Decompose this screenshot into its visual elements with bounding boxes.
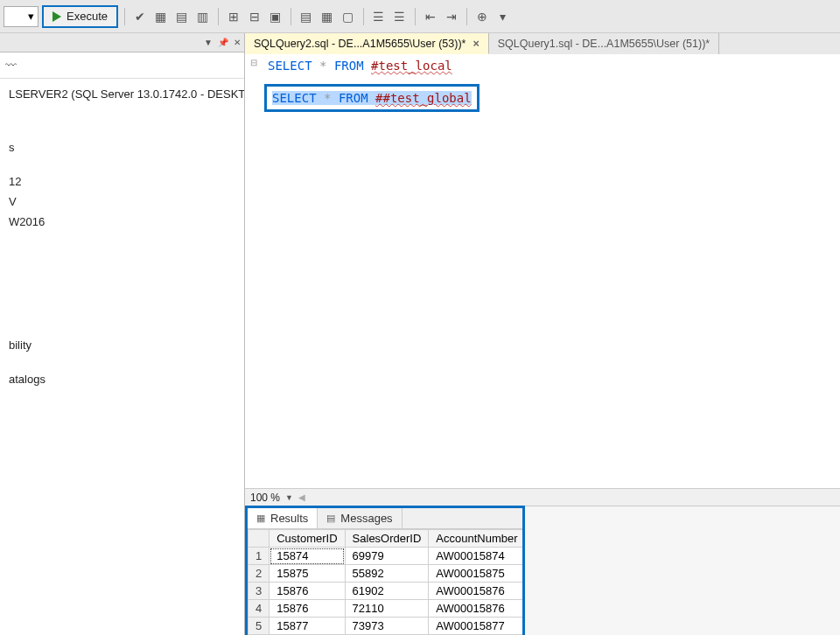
grid-icon[interactable]: ▤ — [173, 8, 191, 25]
results-grid[interactable]: CustomerID SalesOrderID AccountNumber 1 … — [248, 529, 522, 635]
tree-item[interactable]: 12 — [4, 171, 244, 192]
object-explorer-toolbar: 〰 — [0, 52, 244, 79]
tab-label: Results — [270, 512, 308, 525]
table-row[interactable]: 3 15876 61902 AW00015876 — [248, 583, 523, 600]
tree-item[interactable]: s — [4, 137, 244, 157]
tab-label: SQLQuery1.sql - DE...A1M5655\User (51))* — [498, 38, 710, 50]
plan-icon[interactable]: ⊟ — [246, 8, 263, 25]
table-row[interactable]: 2 15875 55892 AW00015875 — [248, 565, 523, 583]
checkmark-icon[interactable]: ✔ — [131, 8, 149, 25]
code-line-2[interactable]: SELECT * FROM ##test_global — [272, 91, 472, 105]
editor-column: SQLQuery2.sql - DE...A1M5655\User (53))*… — [245, 33, 840, 635]
results-filler — [525, 506, 840, 635]
cell[interactable]: 61902 — [345, 583, 429, 600]
overflow-icon[interactable]: ▾ — [494, 8, 512, 25]
cell[interactable]: 15876 — [270, 583, 345, 600]
toolbar-separator — [415, 8, 416, 25]
code-editor[interactable]: ⊟ SELECT * FROM #test_local SELECT * FRO… — [245, 54, 840, 488]
table-row[interactable]: 4 15876 72110 AW00015876 — [248, 600, 523, 618]
zoom-value[interactable]: 100 % — [250, 492, 280, 504]
cell[interactable]: AW00015875 — [429, 565, 522, 583]
editor-tabs: SQLQuery2.sql - DE...A1M5655\User (53))*… — [245, 33, 840, 54]
cell[interactable]: AW00015876 — [429, 583, 522, 600]
panel-header: ▼ 📌 ✕ — [0, 33, 244, 52]
object-tree[interactable]: LSERVER2 (SQL Server 13.0.1742.0 - DESKT… — [0, 79, 244, 389]
toolbar-separator — [466, 8, 467, 25]
plan-icon[interactable]: ⊞ — [225, 8, 242, 25]
close-icon[interactable]: × — [472, 38, 479, 50]
save-icon[interactable]: ▥ — [194, 8, 212, 25]
tab-sqlquery1[interactable]: SQLQuery1.sql - DE...A1M5655\User (51))* — [489, 33, 719, 54]
row-number: 5 — [248, 618, 270, 635]
zoom-bar: 100 % ▼ ◀ — [245, 488, 840, 506]
tab-messages[interactable]: ▤ Messages — [318, 508, 402, 528]
cell[interactable]: 15874 — [270, 548, 345, 565]
results-pane: ▦ Results ▤ Messages CustomerID Sales — [245, 506, 525, 635]
cell[interactable]: 15875 — [270, 565, 345, 583]
indent-icon[interactable]: ▤ — [298, 8, 315, 25]
object-explorer-panel: ▼ 📌 ✕ 〰 LSERVER2 (SQL Server 13.0.1742.0… — [0, 33, 245, 635]
tab-label: Messages — [340, 512, 392, 525]
database-dropdown[interactable]: ▾ — [4, 6, 38, 27]
tree-item[interactable]: V — [4, 192, 244, 212]
indent-icon[interactable]: ▦ — [318, 8, 336, 25]
cell[interactable]: AW00015877 — [429, 618, 522, 635]
toolbar-separator — [124, 8, 125, 25]
comment-icon[interactable]: ▢ — [340, 8, 357, 25]
cell[interactable]: 69979 — [345, 548, 429, 565]
code-line-1[interactable]: SELECT * FROM #test_local — [268, 58, 840, 73]
execute-label: Execute — [66, 10, 108, 23]
row-number: 1 — [248, 548, 270, 565]
indent-left-icon[interactable]: ☰ — [370, 8, 388, 25]
cell[interactable]: AW00015874 — [429, 548, 522, 565]
intellisense-icon[interactable]: ⊕ — [473, 8, 491, 25]
col-accountnumber[interactable]: AccountNumber — [429, 530, 522, 548]
messages-icon: ▤ — [326, 513, 335, 524]
selected-query-highlight: SELECT * FROM ##test_global — [264, 84, 480, 112]
scroll-left-icon[interactable]: ◀ — [298, 492, 305, 502]
row-number: 2 — [248, 565, 270, 583]
grid-icon[interactable]: ▦ — [152, 8, 170, 25]
cell[interactable]: 55892 — [345, 565, 429, 583]
dropdown-icon[interactable]: ▼ — [285, 493, 293, 502]
rownum-header — [248, 530, 270, 548]
execute-button[interactable]: Execute — [42, 5, 118, 28]
table-row[interactable]: 5 15877 73973 AW00015877 — [248, 618, 523, 635]
col-customerid[interactable]: CustomerID — [270, 530, 345, 548]
close-icon[interactable]: ✕ — [234, 38, 241, 47]
col-salesorderid[interactable]: SalesOrderID — [345, 530, 429, 548]
results-tabs: ▦ Results ▤ Messages — [248, 508, 522, 529]
tree-item[interactable]: bility — [4, 335, 244, 355]
tab-sqlquery2[interactable]: SQLQuery2.sql - DE...A1M5655\User (53))*… — [245, 33, 489, 54]
cell[interactable]: 72110 — [345, 600, 429, 618]
cell[interactable]: AW00015876 — [429, 600, 522, 618]
dropdown-icon[interactable]: ▼ — [204, 38, 213, 47]
indent-icon[interactable]: ⇥ — [443, 8, 460, 25]
server-node[interactable]: LSERVER2 (SQL Server 13.0.1742.0 - DESKT… — [4, 84, 244, 104]
pin-icon[interactable]: 📌 — [218, 38, 228, 47]
indent-right-icon[interactable]: ☰ — [391, 8, 409, 25]
svg-marker-0 — [52, 11, 61, 22]
row-number: 4 — [248, 600, 270, 618]
outdent-icon[interactable]: ⇤ — [422, 8, 439, 25]
tree-item[interactable]: W2016 — [4, 212, 244, 232]
toolbar-separator — [218, 8, 219, 25]
row-number: 3 — [248, 583, 270, 600]
toolbar-separator — [290, 8, 291, 25]
tab-label: SQLQuery2.sql - DE...A1M5655\User (53))* — [254, 38, 466, 50]
play-icon — [52, 11, 61, 22]
cell[interactable]: 15877 — [270, 618, 345, 635]
table-row[interactable]: 1 15874 69979 AW00015874 — [248, 548, 523, 565]
header-row: CustomerID SalesOrderID AccountNumber — [248, 530, 523, 548]
grid-icon: ▦ — [256, 513, 265, 524]
connect-icon[interactable]: 〰 — [5, 59, 17, 72]
cell[interactable]: 15876 — [270, 600, 345, 618]
stats-icon[interactable]: ▣ — [267, 8, 284, 25]
cell[interactable]: 73973 — [345, 618, 429, 635]
tab-results[interactable]: ▦ Results — [248, 508, 318, 528]
toolbar-separator — [363, 8, 364, 25]
main-toolbar: ▾ Execute ✔ ▦ ▤ ▥ ⊞ ⊟ ▣ ▤ ▦ ▢ ☰ ☰ ⇤ ⇥ ⊕ … — [0, 0, 840, 33]
fold-gutter[interactable]: ⊟ — [248, 58, 259, 67]
tree-item[interactable]: atalogs — [4, 369, 244, 389]
